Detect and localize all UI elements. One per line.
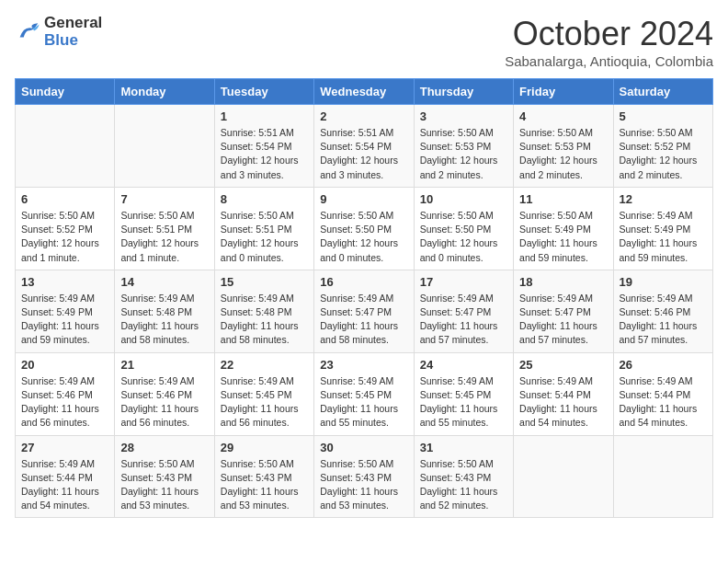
day-number: 9 [320,192,407,206]
day-info: Sunrise: 5:49 AM Sunset: 5:46 PM Dayligh… [21,374,108,431]
day-number: 19 [620,275,707,289]
day-info: Sunrise: 5:50 AM Sunset: 5:43 PM Dayligh… [221,457,308,513]
logo: General Blue [15,15,102,49]
header-tuesday: Tuesday [214,79,313,105]
calendar-cell: 2Sunrise: 5:51 AM Sunset: 5:54 PM Daylig… [314,105,414,188]
month-title: October 2024 [505,15,713,53]
day-info: Sunrise: 5:50 AM Sunset: 5:43 PM Dayligh… [320,457,407,513]
calendar-cell: 26Sunrise: 5:49 AM Sunset: 5:44 PM Dayli… [613,352,712,435]
day-number: 25 [519,358,607,372]
day-number: 17 [420,275,507,289]
day-info: Sunrise: 5:50 AM Sunset: 5:43 PM Dayligh… [120,457,208,513]
day-number: 28 [120,441,208,454]
day-number: 15 [221,275,308,289]
calendar-cell: 5Sunrise: 5:50 AM Sunset: 5:52 PM Daylig… [613,105,712,188]
calendar-cell: 3Sunrise: 5:50 AM Sunset: 5:53 PM Daylig… [414,105,513,188]
day-info: Sunrise: 5:50 AM Sunset: 5:52 PM Dayligh… [21,209,108,265]
calendar-cell: 6Sunrise: 5:50 AM Sunset: 5:52 PM Daylig… [16,187,115,270]
day-info: Sunrise: 5:50 AM Sunset: 5:50 PM Dayligh… [420,209,507,265]
calendar-cell: 8Sunrise: 5:50 AM Sunset: 5:51 PM Daylig… [214,187,313,270]
day-info: Sunrise: 5:49 AM Sunset: 5:46 PM Dayligh… [120,374,208,431]
day-info: Sunrise: 5:49 AM Sunset: 5:46 PM Dayligh… [620,292,707,348]
day-info: Sunrise: 5:50 AM Sunset: 5:50 PM Dayligh… [320,209,407,265]
calendar-cell: 21Sunrise: 5:49 AM Sunset: 5:46 PM Dayli… [115,352,214,435]
day-number: 11 [519,192,607,206]
day-number: 7 [120,192,208,206]
page-header: General Blue October 2024 Sabanalarga, A… [15,15,713,69]
calendar-cell [514,435,613,518]
calendar-cell: 20Sunrise: 5:49 AM Sunset: 5:46 PM Dayli… [16,352,115,435]
calendar-cell: 22Sunrise: 5:49 AM Sunset: 5:45 PM Dayli… [214,352,313,435]
calendar-cell: 29Sunrise: 5:50 AM Sunset: 5:43 PM Dayli… [214,435,313,518]
day-number: 26 [620,358,707,372]
calendar-cell: 30Sunrise: 5:50 AM Sunset: 5:43 PM Dayli… [314,435,414,518]
day-info: Sunrise: 5:49 AM Sunset: 5:47 PM Dayligh… [420,292,507,348]
day-number: 14 [120,275,208,289]
day-info: Sunrise: 5:50 AM Sunset: 5:51 PM Dayligh… [120,209,208,265]
day-number: 5 [620,109,707,123]
day-info: Sunrise: 5:50 AM Sunset: 5:52 PM Dayligh… [620,126,707,182]
calendar-cell: 15Sunrise: 5:49 AM Sunset: 5:48 PM Dayli… [214,270,313,352]
day-number: 21 [120,358,208,372]
calendar-cell: 24Sunrise: 5:49 AM Sunset: 5:45 PM Dayli… [414,352,513,435]
day-info: Sunrise: 5:49 AM Sunset: 5:49 PM Dayligh… [21,292,108,348]
calendar-cell: 23Sunrise: 5:49 AM Sunset: 5:45 PM Dayli… [314,352,414,435]
day-number: 10 [420,192,507,206]
calendar-table: SundayMondayTuesdayWednesdayThursdayFrid… [15,78,713,518]
calendar-cell [16,105,115,188]
day-number: 27 [21,441,108,454]
calendar-cell: 9Sunrise: 5:50 AM Sunset: 5:50 PM Daylig… [314,187,414,270]
day-info: Sunrise: 5:49 AM Sunset: 5:44 PM Dayligh… [21,457,108,513]
calendar-cell: 25Sunrise: 5:49 AM Sunset: 5:44 PM Dayli… [514,352,613,435]
week-row-3: 13Sunrise: 5:49 AM Sunset: 5:49 PM Dayli… [16,270,713,352]
logo-icon [15,19,40,45]
day-number: 23 [320,358,407,372]
calendar-cell: 16Sunrise: 5:49 AM Sunset: 5:47 PM Dayli… [314,270,414,352]
header-saturday: Saturday [613,79,712,105]
subtitle: Sabanalarga, Antioquia, Colombia [505,53,713,69]
day-number: 4 [519,109,607,123]
day-number: 2 [320,109,407,123]
day-number: 31 [420,441,507,454]
day-number: 24 [420,358,507,372]
day-info: Sunrise: 5:49 AM Sunset: 5:45 PM Dayligh… [221,374,308,431]
day-info: Sunrise: 5:49 AM Sunset: 5:48 PM Dayligh… [221,292,308,348]
day-info: Sunrise: 5:51 AM Sunset: 5:54 PM Dayligh… [221,126,308,182]
header-row: SundayMondayTuesdayWednesdayThursdayFrid… [16,79,713,105]
day-info: Sunrise: 5:49 AM Sunset: 5:48 PM Dayligh… [120,292,208,348]
logo-line2: Blue [44,32,102,50]
day-info: Sunrise: 5:50 AM Sunset: 5:53 PM Dayligh… [420,126,507,182]
day-info: Sunrise: 5:50 AM Sunset: 5:43 PM Dayligh… [420,457,507,513]
calendar-cell: 12Sunrise: 5:49 AM Sunset: 5:49 PM Dayli… [613,187,712,270]
day-info: Sunrise: 5:49 AM Sunset: 5:45 PM Dayligh… [320,374,407,431]
calendar-cell: 27Sunrise: 5:49 AM Sunset: 5:44 PM Dayli… [16,435,115,518]
day-info: Sunrise: 5:49 AM Sunset: 5:47 PM Dayligh… [519,292,607,348]
day-info: Sunrise: 5:49 AM Sunset: 5:45 PM Dayligh… [420,374,507,431]
header-sunday: Sunday [16,79,115,105]
day-number: 30 [320,441,407,454]
day-info: Sunrise: 5:49 AM Sunset: 5:44 PM Dayligh… [620,374,707,431]
day-number: 13 [21,275,108,289]
day-info: Sunrise: 5:49 AM Sunset: 5:47 PM Dayligh… [320,292,407,348]
title-block: October 2024 Sabanalarga, Antioquia, Col… [505,15,713,69]
calendar-cell: 11Sunrise: 5:50 AM Sunset: 5:49 PM Dayli… [514,187,613,270]
calendar-cell: 14Sunrise: 5:49 AM Sunset: 5:48 PM Dayli… [115,270,214,352]
week-row-4: 20Sunrise: 5:49 AM Sunset: 5:46 PM Dayli… [16,352,713,435]
day-number: 29 [221,441,308,454]
day-info: Sunrise: 5:49 AM Sunset: 5:49 PM Dayligh… [620,209,707,265]
calendar-cell: 4Sunrise: 5:50 AM Sunset: 5:53 PM Daylig… [514,105,613,188]
day-info: Sunrise: 5:50 AM Sunset: 5:51 PM Dayligh… [221,209,308,265]
header-friday: Friday [514,79,613,105]
calendar-cell: 10Sunrise: 5:50 AM Sunset: 5:50 PM Dayli… [414,187,513,270]
day-number: 16 [320,275,407,289]
calendar-cell: 13Sunrise: 5:49 AM Sunset: 5:49 PM Dayli… [16,270,115,352]
day-info: Sunrise: 5:50 AM Sunset: 5:49 PM Dayligh… [519,209,607,265]
week-row-5: 27Sunrise: 5:49 AM Sunset: 5:44 PM Dayli… [16,435,713,518]
calendar-cell: 17Sunrise: 5:49 AM Sunset: 5:47 PM Dayli… [414,270,513,352]
calendar-cell: 19Sunrise: 5:49 AM Sunset: 5:46 PM Dayli… [613,270,712,352]
day-info: Sunrise: 5:51 AM Sunset: 5:54 PM Dayligh… [320,126,407,182]
week-row-2: 6Sunrise: 5:50 AM Sunset: 5:52 PM Daylig… [16,187,713,270]
day-info: Sunrise: 5:50 AM Sunset: 5:53 PM Dayligh… [519,126,607,182]
calendar-cell [115,105,214,188]
day-number: 20 [21,358,108,372]
